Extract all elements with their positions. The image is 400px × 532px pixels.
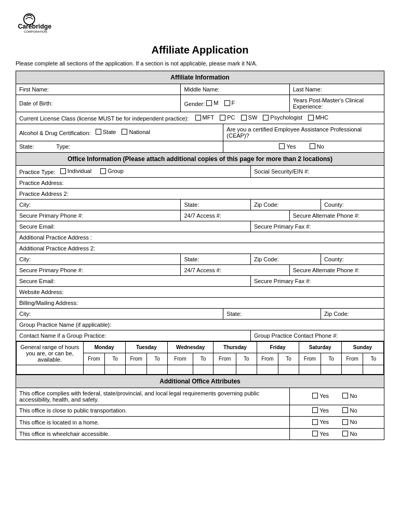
thu-from-input[interactable] bbox=[214, 365, 236, 374]
sun-to-input[interactable] bbox=[363, 365, 384, 374]
wheelchair-no-label: No bbox=[350, 431, 357, 437]
mhc-checkbox[interactable] bbox=[308, 115, 314, 121]
wheelchair-no-group: No bbox=[342, 431, 357, 437]
license-label: Current License Class (license MUST be f… bbox=[19, 115, 189, 122]
alternate-phone2-cell: Secure Alternate Phone #: bbox=[289, 264, 384, 275]
sat-from-input[interactable] bbox=[299, 365, 321, 374]
transportation-row: This office is close to public transport… bbox=[16, 405, 384, 417]
home-no-checkbox[interactable] bbox=[342, 419, 348, 425]
group-name-cell: Group Practice Name (if applicable): bbox=[16, 319, 384, 330]
city2-label: City: bbox=[19, 256, 31, 262]
transport-yes-checkbox[interactable] bbox=[312, 407, 318, 413]
wheelchair-yes-checkbox[interactable] bbox=[312, 431, 318, 436]
yes-no-cell: Yes No bbox=[223, 141, 384, 153]
billing-zip-cell: Zip Code: bbox=[321, 308, 384, 319]
sun-from-input[interactable] bbox=[341, 365, 363, 374]
phone2-row: Secure Primary Phone #: 24/7 Access #: S… bbox=[16, 264, 384, 275]
city-state-row: City: State: Zip Code: County: bbox=[16, 199, 384, 210]
name-row: First Name: Middle Name: Last Name: bbox=[16, 84, 384, 95]
group-type-checkbox[interactable] bbox=[100, 168, 106, 174]
zip2-label: Zip Code: bbox=[254, 256, 279, 262]
mhc-label: MHC bbox=[315, 114, 328, 121]
fri-to-input[interactable] bbox=[278, 365, 299, 374]
middle-name-label: Middle Name: bbox=[184, 86, 219, 92]
page-title: Affiliate Application bbox=[16, 44, 384, 56]
sw-checkbox[interactable] bbox=[241, 115, 247, 121]
tue-to-input[interactable] bbox=[147, 365, 168, 374]
wheelchair-row: This office is wheelchair accessible. Ye… bbox=[16, 428, 384, 440]
state-cert-checkbox[interactable] bbox=[96, 129, 101, 135]
fri-from-input[interactable] bbox=[257, 365, 278, 374]
psychologist-checkbox[interactable] bbox=[263, 115, 269, 121]
additional-address-cell: Additional Practice Address : bbox=[16, 232, 384, 243]
mon-from-input[interactable] bbox=[83, 365, 105, 374]
email-fax-row: Secure Email: Secure Primary Fax #: bbox=[16, 221, 384, 232]
additional-address-label: Additional Practice Address : bbox=[19, 234, 92, 241]
phone-row: Secure Primary Phone #: 24/7 Access #: S… bbox=[16, 210, 384, 221]
additional-address2-cell: Additional Practice Address 2: bbox=[16, 243, 384, 254]
tue-to: To bbox=[147, 353, 168, 365]
sunday-header: Sunday bbox=[341, 341, 383, 353]
sat-from: From bbox=[299, 353, 321, 365]
state-type-row: State: Type: Yes No bbox=[16, 141, 384, 153]
home-row: This office is located in a home. Yes No bbox=[16, 417, 384, 429]
mhc-group: MHC bbox=[308, 114, 328, 121]
dob-gender-row: Date of Birth: Gender: M F Years Post-Ma… bbox=[16, 95, 384, 112]
ceap-no-checkbox[interactable] bbox=[310, 143, 315, 149]
gender-f-label: F bbox=[232, 100, 235, 106]
transport-yes-group: Yes bbox=[312, 407, 329, 414]
svg-text:CORPORATION: CORPORATION bbox=[24, 30, 47, 33]
group-name-row: Group Practice Name (if applicable): bbox=[16, 319, 384, 330]
accessibility-yn-cell: Yes No bbox=[289, 388, 384, 405]
home-yes-checkbox[interactable] bbox=[312, 419, 318, 425]
last-name-cell: Last Name: bbox=[289, 84, 384, 95]
individual-checkbox[interactable] bbox=[60, 168, 66, 174]
wheelchair-no-checkbox[interactable] bbox=[342, 431, 348, 436]
mon-to-input[interactable] bbox=[105, 365, 126, 374]
hours-spacer bbox=[17, 365, 84, 374]
sat-to-input[interactable] bbox=[321, 365, 342, 374]
alcohol-cell: Alcohol & Drug Certification: State Nati… bbox=[16, 124, 223, 141]
alternate-phone-label: Secure Alternate Phone #: bbox=[293, 212, 359, 219]
tue-from: From bbox=[125, 353, 147, 365]
saturday-header: Saturday bbox=[299, 341, 341, 353]
wed-from-input[interactable] bbox=[167, 365, 193, 374]
wheelchair-text: This office is wheelchair accessible. bbox=[19, 431, 110, 437]
wed-to-input[interactable] bbox=[193, 365, 214, 374]
accessibility-no-checkbox[interactable] bbox=[342, 393, 348, 398]
contact-row: Contact Name if a Group Practice: Group … bbox=[16, 330, 384, 341]
county-cell: County: bbox=[321, 199, 384, 210]
license-row: Current License Class (license MUST be f… bbox=[16, 112, 384, 124]
dob-label: Date of Birth: bbox=[19, 100, 52, 107]
pc-checkbox[interactable] bbox=[220, 115, 225, 121]
mft-checkbox[interactable] bbox=[195, 115, 201, 121]
hours-row: General range of hours you are, or can b… bbox=[16, 341, 384, 375]
home-no-label: No bbox=[350, 419, 357, 425]
practice-type-row: Practice Type: Individual Group Social S… bbox=[16, 166, 384, 178]
accessibility-yes-checkbox[interactable] bbox=[312, 393, 318, 398]
transport-no-checkbox[interactable] bbox=[342, 407, 348, 413]
national-cert-checkbox[interactable] bbox=[122, 129, 127, 135]
contact-phone-cell: Group Practice Contact Phone #: bbox=[250, 330, 384, 341]
tue-from-input[interactable] bbox=[125, 365, 147, 374]
practice-address-label: Practice Address: bbox=[19, 180, 64, 186]
billing-city-row: City: State: Zip Code: bbox=[16, 308, 384, 319]
fax-cell: Secure Primary Fax #: bbox=[250, 221, 384, 232]
fri-from: From bbox=[257, 353, 278, 365]
billing-city-label: City: bbox=[19, 311, 31, 317]
ceap-yes-checkbox[interactable] bbox=[279, 143, 285, 149]
practice-address2-label: Practice Address 2: bbox=[19, 191, 69, 197]
gender-m-checkbox[interactable] bbox=[206, 100, 212, 106]
gender-m-label: M bbox=[214, 100, 218, 106]
pc-group: PC bbox=[220, 114, 235, 121]
home-yes-group: Yes bbox=[312, 419, 329, 425]
practice-address2-cell: Practice Address 2: bbox=[16, 188, 384, 199]
gender-f-checkbox[interactable] bbox=[224, 100, 230, 106]
affiliate-info-label: Affiliate Information bbox=[16, 71, 384, 84]
wheelchair-cell: This office is wheelchair accessible. bbox=[16, 428, 290, 440]
middle-name-cell: Middle Name: bbox=[181, 84, 289, 95]
group-type-label: Group bbox=[108, 168, 124, 174]
thu-to-input[interactable] bbox=[236, 365, 257, 374]
state-cert-label: State bbox=[103, 129, 116, 135]
affiliate-info-header: Affiliate Information bbox=[16, 71, 384, 84]
